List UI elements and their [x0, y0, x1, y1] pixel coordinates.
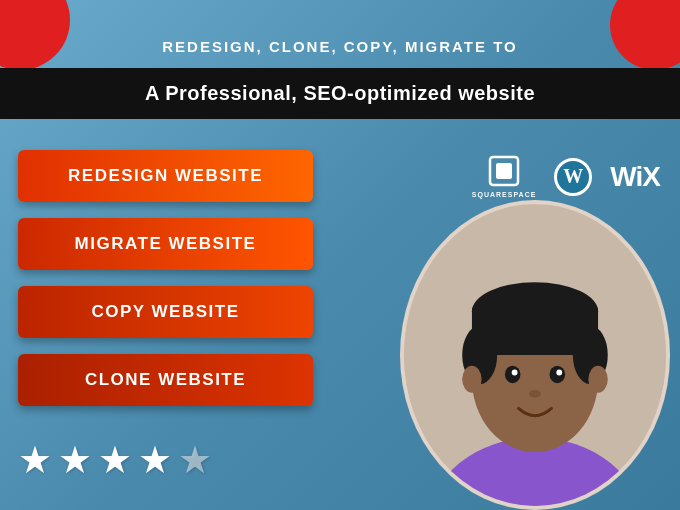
headline-bar: A Professional, SEO-optimized website — [0, 68, 680, 119]
svg-point-13 — [556, 370, 562, 376]
svg-point-14 — [529, 390, 541, 398]
svg-point-16 — [588, 366, 607, 393]
squarespace-logo: SQUARESPACE — [472, 155, 537, 198]
svg-rect-9 — [472, 302, 598, 355]
star-2: ★ — [58, 438, 92, 482]
wordpress-circle: W — [554, 158, 592, 196]
squarespace-label: SQUARESPACE — [472, 191, 537, 198]
wordpress-icon: W — [563, 165, 583, 188]
headline-text: A Professional, SEO-optimized website — [145, 82, 535, 104]
clone-button[interactable]: CLONE WEBSITE — [18, 354, 313, 406]
action-buttons-group: REDESIGN WEBSITE MIGRATE WEBSITE COPY WE… — [18, 150, 313, 406]
wix-logo: WiX — [610, 161, 660, 193]
svg-point-12 — [512, 370, 518, 376]
svg-rect-1 — [496, 163, 512, 179]
star-1: ★ — [18, 438, 52, 482]
star-5: ★ — [178, 438, 212, 482]
star-rating: ★ ★ ★ ★ ★ — [18, 438, 212, 482]
svg-point-15 — [462, 366, 481, 393]
person-photo — [400, 200, 670, 510]
wordpress-logo: W — [554, 158, 592, 196]
star-4: ★ — [138, 438, 172, 482]
redesign-button[interactable]: REDESIGN WEBSITE — [18, 150, 313, 202]
subtitle-text: REDESIGN, CLONE, COPY, MIGRATE TO — [0, 38, 680, 55]
star-3: ★ — [98, 438, 132, 482]
platforms-logos: SQUARESPACE W WiX — [472, 155, 660, 198]
migrate-button[interactable]: MIGRATE WEBSITE — [18, 218, 313, 270]
copy-button[interactable]: COPY WEBSITE — [18, 286, 313, 338]
